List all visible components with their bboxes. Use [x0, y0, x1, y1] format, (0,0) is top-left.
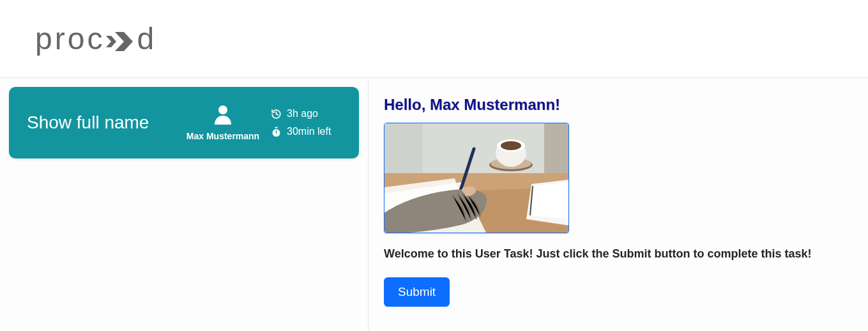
task-illustration — [384, 123, 569, 233]
welcome-text: Welcome to this User Task! Just click th… — [384, 247, 853, 261]
svg-rect-3 — [275, 127, 277, 128]
task-meta: 3h ago 30min left — [264, 108, 341, 137]
svg-marker-1 — [115, 32, 133, 51]
submit-button[interactable]: Submit — [384, 277, 450, 307]
task-created-ago: 3h ago — [271, 108, 341, 119]
app-header: proc d — [0, 0, 868, 78]
svg-rect-5 — [276, 130, 277, 133]
task-assignee-name: Max Mustermann — [181, 131, 264, 141]
svg-marker-14 — [530, 182, 568, 219]
svg-rect-7 — [385, 123, 423, 173]
task-card[interactable]: Show full name Max Mustermann — [9, 87, 359, 158]
stopwatch-icon — [271, 127, 282, 137]
task-list-sidebar: Show full name Max Mustermann — [0, 78, 368, 167]
task-time-left-text: 30min left — [287, 126, 331, 137]
svg-point-2 — [218, 105, 227, 114]
svg-marker-0 — [106, 36, 116, 47]
brand-logo-text-right: d — [137, 24, 156, 54]
brand-logo-text-left: proc — [35, 24, 105, 54]
task-title: Show full name — [27, 112, 181, 133]
brand-logo: proc d — [35, 24, 156, 54]
task-time-left: 30min left — [271, 126, 341, 137]
svg-point-20 — [501, 141, 521, 150]
arrow-right-icon — [106, 32, 135, 51]
user-icon — [213, 104, 232, 125]
svg-rect-8 — [544, 123, 569, 173]
task-assignee: Max Mustermann — [181, 104, 264, 141]
task-detail-panel: Hello, Max Mustermann! — [368, 78, 868, 331]
history-icon — [271, 109, 282, 119]
task-created-ago-text: 3h ago — [287, 108, 318, 119]
greeting-heading: Hello, Max Mustermann! — [384, 96, 853, 114]
app-body: Show full name Max Mustermann — [0, 78, 868, 331]
